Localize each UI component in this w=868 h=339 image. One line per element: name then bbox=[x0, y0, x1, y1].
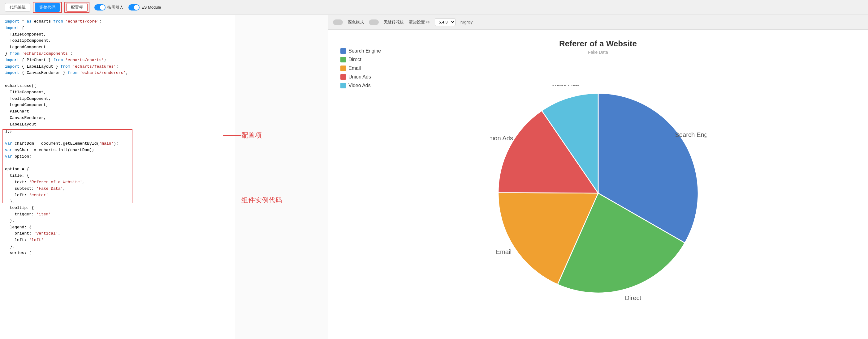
esm-toggle[interactable] bbox=[128, 4, 140, 10]
code-line: LegendComponent bbox=[5, 44, 230, 51]
legend-label: Union Ads bbox=[348, 74, 371, 80]
code-line: series: [ bbox=[5, 250, 230, 257]
legend-label: Email bbox=[348, 66, 361, 71]
legend-color-box bbox=[340, 66, 346, 71]
code-line: subtext: 'Fake Data', bbox=[5, 186, 230, 192]
main-content: import * as echarts from 'echarts/core';… bbox=[0, 15, 868, 339]
component-code-annotation: 组件实例代码 bbox=[241, 196, 282, 205]
separate-toggle-item: 按需引入 bbox=[94, 4, 123, 10]
dark-mode-toggle[interactable] bbox=[333, 20, 343, 25]
no-border-toggle[interactable] bbox=[369, 20, 379, 25]
pie-label-direct: Direct bbox=[625, 294, 641, 301]
preview-panel: 深色模式 无缝砖花纹 渲染设置 ⚙ 5.4.3 Nightly Search E… bbox=[328, 15, 868, 339]
chart-title: Referer of a Website bbox=[559, 39, 637, 48]
pie-chart: Search EngineDirectEmailUnion AdsVideo A… bbox=[490, 85, 707, 301]
esm-toggle-item: ES Module bbox=[128, 4, 161, 10]
chart-title-area: Referer of a Website Fake Data bbox=[559, 39, 637, 55]
code-line: } from 'echarts/components'; bbox=[5, 51, 230, 57]
code-line: CanvasRenderer, bbox=[5, 115, 230, 122]
legend: Search EngineDirectEmailUnion AdsVideo A… bbox=[340, 48, 381, 89]
code-line: import * as echarts from 'echarts/core'; bbox=[5, 19, 230, 25]
complete-code-button[interactable]: 完整代码 bbox=[35, 3, 60, 12]
chart-subtitle: Fake Data bbox=[559, 50, 637, 55]
pie-label-search-engine: Search Engine bbox=[675, 131, 707, 138]
code-line: text: 'Referer of a Website', bbox=[5, 179, 230, 186]
pie-chart-wrapper: Search EngineDirectEmailUnion AdsVideo A… bbox=[490, 85, 707, 303]
pie-label-video-ads: Video Ads bbox=[551, 85, 579, 87]
legend-color-box bbox=[340, 48, 346, 54]
code-line: ]); bbox=[5, 128, 230, 134]
code-line: import { PieChart } from 'echarts/charts… bbox=[5, 57, 230, 64]
code-line: import { bbox=[5, 25, 230, 32]
code-line: TooltipComponent, bbox=[5, 38, 230, 44]
code-panel[interactable]: import * as echarts from 'echarts/core';… bbox=[0, 15, 235, 339]
legend-color-box bbox=[340, 57, 346, 62]
config-button[interactable]: 配置项 bbox=[66, 3, 88, 12]
code-line: tooltip: { bbox=[5, 205, 230, 211]
code-editor-button[interactable]: 代码编辑 bbox=[5, 3, 30, 12]
legend-item: Direct bbox=[340, 57, 381, 62]
code-line: var chartDom = document.getElementById('… bbox=[5, 141, 230, 147]
code-line: left: 'left' bbox=[5, 237, 230, 243]
code-line: }, bbox=[5, 198, 230, 205]
code-line: option = { bbox=[5, 166, 230, 173]
code-line: legend: { bbox=[5, 224, 230, 231]
legend-label: Direct bbox=[348, 57, 362, 62]
code-line: left: 'center' bbox=[5, 192, 230, 199]
legend-label: Video Ads bbox=[348, 83, 371, 89]
code-line bbox=[5, 134, 230, 141]
config-annotation: 配置项 bbox=[241, 131, 262, 140]
toggle-row: 按需引入 ES Module bbox=[94, 4, 161, 10]
legend-item: Union Ads bbox=[340, 74, 381, 80]
code-line: orient: 'vertical', bbox=[5, 231, 230, 237]
no-border-label: 无缝砖花纹 bbox=[384, 20, 404, 25]
code-line bbox=[5, 160, 230, 167]
esm-label: ES Module bbox=[142, 5, 161, 9]
render-settings-label[interactable]: 渲染设置 ⚙ bbox=[409, 20, 430, 25]
separate-label: 按需引入 bbox=[107, 5, 123, 10]
version-select[interactable]: 5.4.3 bbox=[435, 18, 456, 26]
code-line: TitleComponent, bbox=[5, 32, 230, 38]
dark-mode-label: 深色模式 bbox=[348, 20, 364, 25]
app-container: 代码编辑 完整代码 配置项 按需引入 ES Module import * as… bbox=[0, 0, 868, 339]
code-line: import { CanvasRenderer } from 'echarts/… bbox=[5, 70, 230, 76]
legend-item: Email bbox=[340, 66, 381, 71]
toolbar: 代码编辑 完整代码 配置项 按需引入 ES Module bbox=[0, 0, 868, 15]
legend-color-box bbox=[340, 74, 346, 80]
code-line: var myChart = echarts.init(chartDom); bbox=[5, 147, 230, 154]
chart-area: Search EngineDirectEmailUnion AdsVideo A… bbox=[328, 30, 868, 339]
code-lines: import * as echarts from 'echarts/core';… bbox=[5, 19, 230, 256]
pie-label-union-ads: Union Ads bbox=[490, 135, 513, 141]
legend-item: Search Engine bbox=[340, 48, 381, 54]
code-line: LabelLayout bbox=[5, 122, 230, 128]
code-line: import { LabelLayout } from 'echarts/fea… bbox=[5, 64, 230, 70]
code-line: TitleComponent, bbox=[5, 89, 230, 96]
separate-toggle[interactable] bbox=[94, 4, 105, 10]
nightly-badge: Nightly bbox=[461, 20, 473, 25]
code-line: PieChart, bbox=[5, 108, 230, 115]
code-line: }, bbox=[5, 218, 230, 224]
preview-toolbar: 深色模式 无缝砖花纹 渲染设置 ⚙ 5.4.3 Nightly bbox=[328, 15, 868, 30]
code-line: echarts.use([ bbox=[5, 83, 230, 89]
legend-label: Search Engine bbox=[348, 48, 381, 54]
code-line: LegendComponent, bbox=[5, 102, 230, 108]
legend-color-box bbox=[340, 83, 346, 89]
pie-label-email: Email bbox=[496, 248, 511, 255]
code-line: TooltipComponent, bbox=[5, 96, 230, 102]
code-line bbox=[5, 76, 230, 83]
code-line: title: { bbox=[5, 173, 230, 179]
code-line: var option; bbox=[5, 154, 230, 160]
legend-item: Video Ads bbox=[340, 83, 381, 89]
code-line: }, bbox=[5, 243, 230, 250]
code-line: trigger: 'item' bbox=[5, 211, 230, 218]
